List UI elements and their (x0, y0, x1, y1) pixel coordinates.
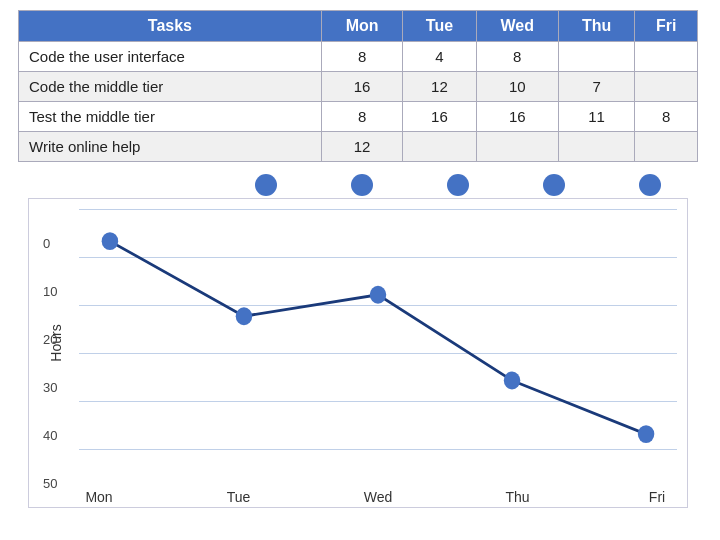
cell-task-2: Test the middle tier (19, 102, 322, 132)
cell-thu-0 (559, 42, 635, 72)
y-tick-20: 20 (43, 332, 57, 347)
y-tick-10: 10 (43, 284, 57, 299)
chart-dot-wed (370, 286, 386, 304)
dot-fri (639, 174, 661, 196)
chart-inner: Hours 01020304050 MonTueWedThuFri (79, 209, 677, 477)
line-chart: Hours 01020304050 MonTueWedThuFri (28, 198, 688, 508)
chart-line (110, 241, 646, 434)
cell-fri-0 (635, 42, 698, 72)
col-header-tasks: Tasks (19, 11, 322, 42)
chart-dot-fri (638, 425, 654, 443)
col-header-thu: Thu (559, 11, 635, 42)
cell-thu-3 (559, 132, 635, 162)
chart-dot-thu (504, 372, 520, 390)
chart-dot-tue (236, 307, 252, 325)
cell-tue-0: 4 (403, 42, 476, 72)
chart-dot-mon (102, 232, 118, 250)
cell-mon-0: 8 (321, 42, 403, 72)
chart-svg (79, 209, 677, 477)
dot-mon (255, 174, 277, 196)
cell-wed-0: 8 (476, 42, 559, 72)
x-label-thu: Thu (498, 489, 538, 505)
col-header-fri: Fri (635, 11, 698, 42)
x-label-tue: Tue (219, 489, 259, 505)
cell-wed-1: 10 (476, 72, 559, 102)
dot-wed (447, 174, 469, 196)
cell-tue-3 (403, 132, 476, 162)
col-header-tue: Tue (403, 11, 476, 42)
cell-mon-3: 12 (321, 132, 403, 162)
x-label-wed: Wed (358, 489, 398, 505)
cell-fri-2: 8 (635, 102, 698, 132)
cell-task-1: Code the middle tier (19, 72, 322, 102)
cell-task-0: Code the user interface (19, 42, 322, 72)
y-tick-30: 30 (43, 380, 57, 395)
cell-fri-1 (635, 72, 698, 102)
col-header-wed: Wed (476, 11, 559, 42)
page-container: Tasks Mon Tue Wed Thu Fri Code the user … (0, 0, 720, 518)
cell-thu-2: 11 (559, 102, 635, 132)
cell-tue-2: 16 (403, 102, 476, 132)
cell-thu-1: 7 (559, 72, 635, 102)
y-tick-40: 40 (43, 428, 57, 443)
x-label-mon: Mon (79, 489, 119, 505)
cell-mon-2: 8 (321, 102, 403, 132)
cell-fri-3 (635, 132, 698, 162)
cell-wed-3 (476, 132, 559, 162)
cell-task-3: Write online help (19, 132, 322, 162)
y-tick-50: 50 (43, 476, 57, 491)
col-header-mon: Mon (321, 11, 403, 42)
x-label-fri: Fri (637, 489, 677, 505)
task-table: Tasks Mon Tue Wed Thu Fri Code the user … (18, 10, 698, 162)
cell-tue-1: 12 (403, 72, 476, 102)
y-tick-0: 0 (43, 236, 50, 251)
cell-wed-2: 16 (476, 102, 559, 132)
cell-mon-1: 16 (321, 72, 403, 102)
dot-thu (543, 174, 565, 196)
dot-tue (351, 174, 373, 196)
dots-row (18, 170, 698, 198)
